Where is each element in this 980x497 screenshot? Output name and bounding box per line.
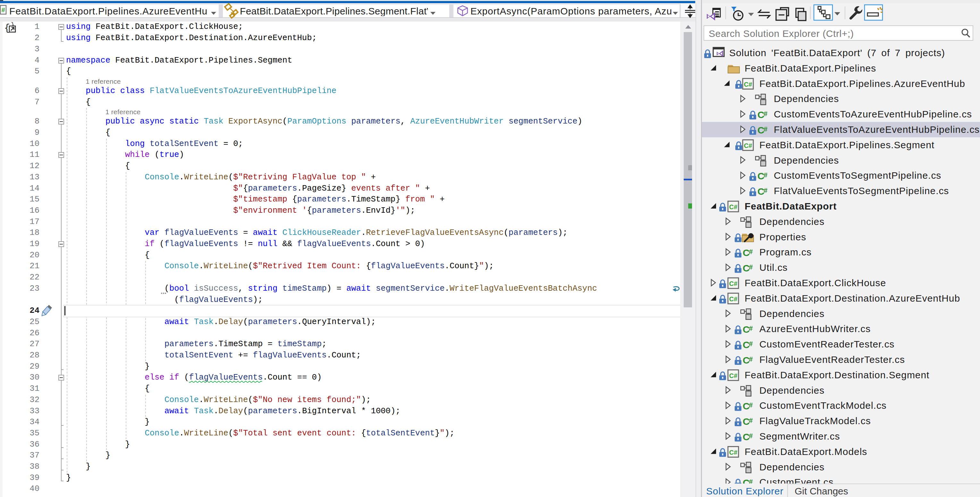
svg-text:C#: C#	[744, 142, 752, 149]
svg-text:#: #	[749, 355, 752, 363]
svg-text:#: #	[764, 171, 767, 179]
svg-text:#: #	[749, 340, 752, 348]
svg-text:C#: C#	[729, 372, 738, 379]
svg-text:#: #	[764, 110, 767, 118]
svg-text:#: #	[749, 324, 752, 332]
svg-text:#: #	[749, 416, 752, 424]
svg-text:#: #	[749, 401, 752, 409]
svg-text:C#: C#	[744, 81, 752, 88]
svg-text:#: #	[764, 186, 767, 194]
svg-text:C#: C#	[729, 280, 738, 287]
svg-text:#: #	[764, 125, 767, 133]
svg-text:#: #	[749, 263, 752, 271]
svg-text:#: #	[749, 432, 752, 440]
svg-text:C#: C#	[729, 204, 738, 210]
svg-text:#: #	[749, 248, 752, 256]
svg-text:C#: C#	[729, 296, 738, 303]
svg-text:C#: C#	[729, 449, 738, 456]
